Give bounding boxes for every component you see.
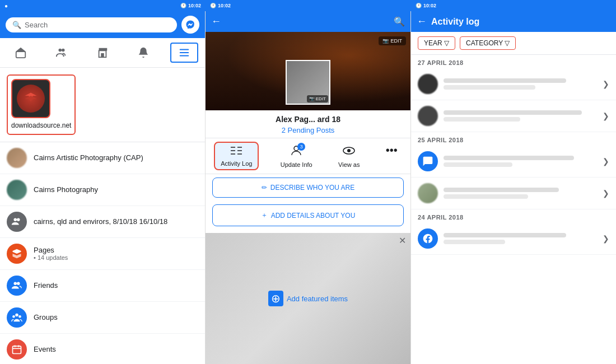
svg-point-12 (15, 313, 18, 316)
back-button[interactable]: ← (211, 16, 221, 27)
menu-item-groups[interactable]: Groups (0, 302, 205, 334)
svg-point-8 (14, 218, 17, 221)
search-icon: 🔍 (12, 21, 21, 29)
cover-photo: 📷 EDIT 📷 EDIT (206, 32, 410, 110)
messenger-button[interactable] (181, 16, 199, 34)
svg-point-10 (14, 282, 17, 285)
nav-icons-row (0, 38, 205, 68)
profile-header: ← 🔍 (206, 11, 410, 32)
activity-log-button[interactable]: Activity Log (214, 142, 259, 170)
sidebar-header: 🔍 Search (0, 11, 205, 38)
date-header-25april: 25 APRIL 2018 (411, 132, 616, 146)
profile-search-button[interactable]: 🔍 (394, 16, 405, 27)
activity-avatar (418, 183, 438, 203)
add-details-button[interactable]: ＋ ADD DETAILS ABOUT YOU (212, 204, 404, 226)
menu-list: Cairns Artistic Photography (CAP) Cairns… (0, 142, 205, 364)
menu-item-group[interactable]: cairns, qld and envirors, 8/10/18 16/10/… (0, 206, 205, 238)
sidebar-profile-name: downloadsource.net (11, 122, 71, 130)
svg-point-11 (17, 282, 20, 285)
update-info-button[interactable]: 3 Update Info (276, 142, 317, 170)
activity-log-panel: ← Activity log YEAR ▽ CATEGORY ▽ 27 APRI… (411, 11, 616, 364)
menu-item-groups-label: Groups (34, 313, 58, 321)
activity-log-label: Activity Log (221, 160, 252, 167)
activity-text (444, 156, 597, 167)
time-2: 10:02 (218, 3, 231, 8)
year-filter-button[interactable]: YEAR ▽ (418, 36, 455, 50)
chevron-down-icon[interactable]: ❯ (603, 157, 609, 166)
menu-item-events[interactable]: Events (0, 334, 205, 364)
list-item[interactable]: ❯ (411, 68, 616, 100)
nav-notifications[interactable] (129, 43, 157, 63)
menu-item-group-label: cairns, qld and envirors, 8/10/18 16/10/… (34, 217, 167, 226)
svg-point-14 (18, 315, 21, 318)
activity-text (444, 78, 597, 90)
list-item[interactable]: ❯ (411, 146, 616, 178)
view-as-button[interactable]: View as (334, 142, 364, 170)
menu-item-pages-sub: • 14 updates (34, 254, 68, 261)
menu-item-pages-label: Pages (34, 246, 68, 254)
menu-item-cap[interactable]: Cairns Artistic Photography (CAP) (0, 142, 205, 174)
profile-photo-container: 📷 EDIT (286, 60, 330, 105)
svg-point-2 (62, 49, 65, 52)
svg-rect-5 (180, 49, 189, 50)
svg-point-13 (12, 315, 15, 318)
svg-rect-4 (101, 53, 104, 57)
activity-avatar-circle (418, 151, 438, 171)
chevron-down-icon[interactable]: ❯ (603, 111, 609, 120)
chevron-down-icon[interactable]: ❯ (603, 234, 609, 243)
sidebar-panel: 🔍 Search (0, 11, 206, 364)
view-as-label: View as (338, 161, 360, 168)
list-item[interactable]: ❯ (411, 178, 616, 209)
menu-item-friends[interactable]: Friends (0, 270, 205, 302)
close-featured-button[interactable]: ✕ (399, 235, 406, 246)
activity-log-title: Activity log (431, 17, 479, 27)
chevron-down-icon[interactable]: ❯ (603, 80, 609, 88)
nav-marketplace[interactable] (88, 43, 116, 63)
add-featured-button[interactable]: ⊕ Add featured items (268, 291, 348, 306)
nav-friends[interactable] (48, 43, 76, 63)
menu-item-friends-label: Friends (34, 281, 58, 290)
svg-point-9 (17, 218, 20, 221)
profile-name: Alex Pag... ard 18 (206, 110, 410, 126)
profile-actions: Activity Log 3 Update Info (206, 138, 410, 174)
update-info-badge: 3 (297, 143, 305, 151)
svg-rect-7 (180, 55, 189, 57)
activity-text (444, 188, 597, 199)
more-options-button[interactable]: ••• (381, 142, 402, 170)
list-item[interactable]: ❯ (411, 100, 616, 132)
menu-item-cairns-photo-label: Cairns Photography (34, 185, 98, 194)
activity-text (444, 110, 597, 122)
list-item[interactable]: ❯ (411, 223, 616, 255)
profile-avatar[interactable] (11, 79, 50, 118)
date-header-24april: 24 APRIL 2018 (411, 209, 616, 223)
filter-row: YEAR ▽ CATEGORY ▽ (411, 32, 616, 55)
update-info-label: Update Info (281, 161, 312, 168)
cover-edit-button[interactable]: 📷 EDIT (379, 36, 406, 45)
featured-section: ✕ ⊕ Add featured items (206, 233, 410, 364)
activity-log-header: ← Activity log (411, 11, 616, 32)
svg-rect-15 (13, 346, 21, 353)
activity-avatar (418, 106, 438, 126)
svg-rect-0 (16, 52, 25, 58)
search-placeholder: Search (25, 21, 48, 29)
nav-home[interactable] (7, 43, 35, 63)
menu-item-cairns-photo[interactable]: Cairns Photography (0, 174, 205, 206)
time-1: 10:02 (188, 3, 201, 8)
nav-menu[interactable] (170, 43, 198, 63)
activity-avatar (418, 74, 438, 94)
chevron-down-icon[interactable]: ❯ (603, 189, 609, 198)
activity-list: 27 APRIL 2018 ❯ ❯ 25 APRIL 2018 (411, 55, 616, 364)
activity-log-back-button[interactable]: ← (417, 16, 427, 27)
menu-item-events-label: Events (34, 345, 56, 353)
date-header-27april: 27 APRIL 2018 (411, 55, 616, 68)
menu-item-pages[interactable]: Pages • 14 updates (0, 238, 205, 270)
svg-point-1 (58, 49, 62, 52)
activity-text (444, 233, 597, 244)
svg-point-31 (347, 149, 351, 152)
describe-button[interactable]: ✏ DESCRIBE WHO YOU ARE (212, 178, 404, 198)
search-bar[interactable]: 🔍 Search (6, 17, 177, 32)
category-filter-button[interactable]: CATEGORY ▽ (460, 36, 516, 50)
profile-photo-edit[interactable]: 📷 EDIT (307, 95, 328, 102)
pending-posts[interactable]: 2 Pending Posts (206, 126, 410, 138)
time-3: 10:02 (423, 3, 436, 8)
